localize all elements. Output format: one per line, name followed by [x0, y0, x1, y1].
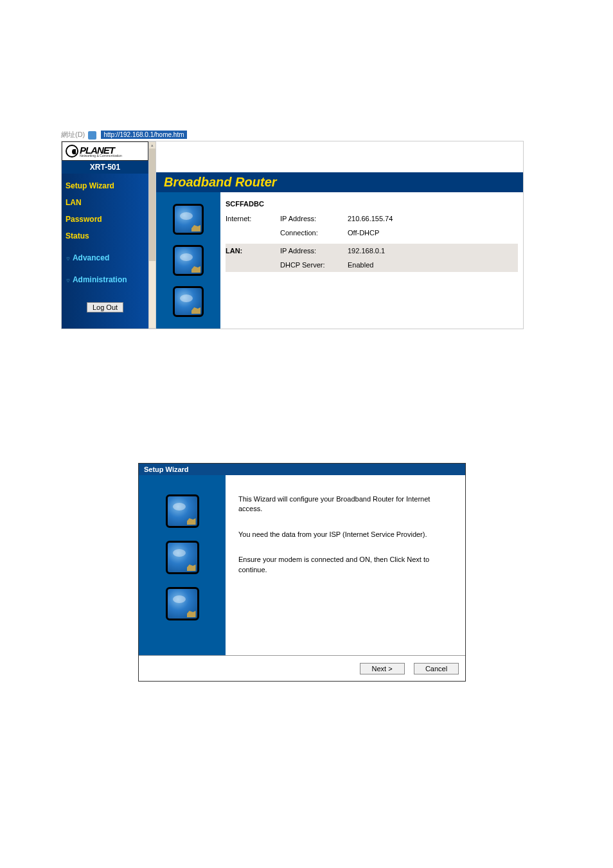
nav-password[interactable]: Password: [66, 211, 145, 228]
wizard-button-bar: Next > Cancel: [139, 655, 465, 681]
label-lan-ip: IP Address:: [280, 247, 348, 255]
planet-logo-icon: [66, 145, 78, 158]
spacer: [226, 229, 280, 237]
value-dhcp: Enabled: [348, 261, 518, 269]
model-name: XRT-501: [62, 161, 148, 174]
globe-icon: [173, 286, 204, 317]
wizard-text: This Wizard will configure your Broadban…: [226, 475, 465, 655]
value-lan-ip: 192.168.0.1: [348, 247, 518, 255]
wizard-paragraph-1: This Wizard will configure your Broadban…: [238, 494, 452, 514]
nav-administration[interactable]: Administration: [66, 271, 145, 288]
address-bar: 網址(D) http://192.168.0.1/home.htm: [61, 129, 524, 141]
wizard-paragraph-2: You need the data from your ISP (Interne…: [238, 530, 452, 539]
sidebar: PLANET Networking & Communication XRT-50…: [62, 141, 148, 329]
nav-status[interactable]: Status: [66, 228, 145, 244]
logout-button[interactable]: Log Out: [87, 302, 123, 312]
next-button[interactable]: Next >: [360, 663, 405, 674]
logo-area: PLANET Networking & Communication: [62, 141, 148, 161]
globe-icon: [166, 587, 199, 620]
nav-advanced[interactable]: Advanced: [66, 249, 145, 266]
globe-icon: [173, 204, 204, 235]
info-row-internet-ip: Internet: IP Address: 210.66.155.74: [226, 212, 518, 226]
globe-icon: [173, 245, 204, 276]
brand-tagline: Networking & Communication: [80, 154, 122, 158]
value-connection: Off-DHCP: [348, 229, 518, 237]
router-body: PLANET Networking & Communication XRT-50…: [61, 141, 524, 329]
globe-icon: [166, 541, 199, 574]
logout-wrap: Log Out: [66, 301, 145, 312]
setup-wizard-dialog: Setup Wizard This Wizard will configure …: [138, 463, 466, 682]
main-area: Broadband Router SCFFADBC Internet: IP A…: [156, 141, 523, 329]
wizard-title: Setup Wizard: [139, 464, 465, 475]
label-lan: LAN:: [226, 247, 280, 255]
page-heading: Broadband Router: [156, 172, 523, 192]
scroll-up-icon[interactable]: ▴: [149, 142, 155, 149]
wizard-icon-column: [139, 475, 226, 655]
cancel-button[interactable]: Cancel: [414, 663, 459, 674]
nav-list: Setup Wizard LAN Password Status Advance…: [62, 174, 148, 326]
label-internet: Internet:: [226, 215, 280, 222]
sidebar-scrollbar[interactable]: ▴: [148, 141, 156, 329]
info-column: SCFFADBC Internet: IP Address: 210.66.15…: [220, 192, 523, 329]
main-spacer: [156, 141, 523, 172]
info-row-internet-conn: Connection: Off-DHCP: [226, 226, 518, 240]
address-label: 網址(D): [61, 131, 85, 138]
globe-icon: [166, 494, 199, 528]
spacer: [226, 261, 280, 269]
label-ip: IP Address:: [280, 215, 348, 222]
info-row-lan-dhcp: DHCP Server: Enabled: [226, 258, 518, 272]
label-dhcp: DHCP Server:: [280, 261, 348, 269]
icon-column: [156, 192, 220, 329]
url-field[interactable]: http://192.168.0.1/home.htm: [101, 131, 186, 139]
router-admin-window: 網址(D) http://192.168.0.1/home.htm PLANET…: [61, 129, 524, 329]
content-row: SCFFADBC Internet: IP Address: 210.66.15…: [156, 192, 523, 329]
label-connection: Connection:: [280, 229, 348, 237]
ie-icon: [88, 131, 96, 140]
brand-logo: PLANET Networking & Communication: [64, 144, 147, 158]
info-row-lan-ip: LAN: IP Address: 192.168.0.1: [226, 244, 518, 258]
wizard-body: This Wizard will configure your Broadban…: [139, 475, 465, 655]
wizard-paragraph-3: Ensure your modem is connected and ON, t…: [238, 555, 452, 575]
value-internet-ip: 210.66.155.74: [348, 215, 518, 222]
scroll-thumb[interactable]: [149, 149, 155, 261]
nav-lan[interactable]: LAN: [66, 194, 145, 211]
nav-setup-wizard[interactable]: Setup Wizard: [66, 177, 145, 194]
hostname: SCFFADBC: [226, 200, 518, 208]
